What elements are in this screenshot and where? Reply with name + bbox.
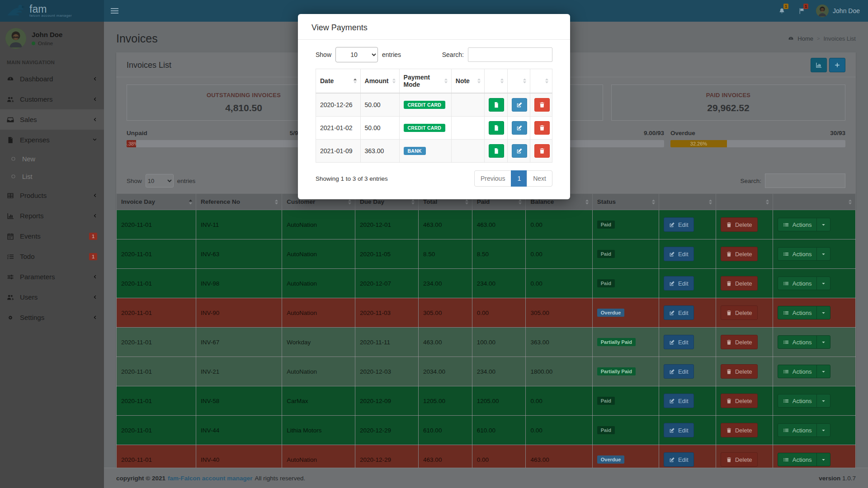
edit-button[interactable]: Edit [664,305,693,320]
settings-icon [7,314,14,321]
edit-button[interactable]: Edit [664,394,693,408]
edit-button[interactable]: Edit [664,217,693,232]
sidebar-item-expenses[interactable]: Expenses [0,130,104,150]
edit-button[interactable]: Edit [664,452,693,467]
pencil-icon [669,398,675,404]
delete-button[interactable]: Delete [721,305,758,320]
edit-button[interactable]: Edit [664,423,693,437]
delete-button[interactable]: Delete [721,452,758,467]
column-header-extra-9[interactable] [716,194,773,210]
actions-dropdown-button[interactable]: Actions [778,365,831,378]
sidebar-item-parameters[interactable]: Parameters [0,267,104,287]
list-icon [783,339,789,345]
actions-dropdown-button[interactable]: Actions [778,218,831,231]
breadcrumb-home[interactable]: Home [797,35,813,42]
sidebar-item-todo[interactable]: Todo1 [0,246,104,267]
delete-button[interactable]: Delete [721,247,758,261]
sidebar-item-sales[interactable]: Sales [0,109,104,130]
column-header-status[interactable]: Status [592,194,659,210]
page-size-select[interactable]: 10 [146,174,174,188]
app-link[interactable]: fam-Falcon account manager [168,475,253,482]
actions-dropdown-button[interactable]: Actions [778,247,831,261]
view-note-button[interactable] [489,144,504,158]
view-note-button[interactable] [489,121,504,135]
delete-button[interactable]: Delete [721,276,758,291]
caret-down-icon[interactable] [816,248,830,260]
sidebar-item-reports[interactable]: Reports [0,206,104,226]
caret-down-icon[interactable] [816,306,830,319]
status-badge: Paid [597,397,615,405]
sidebar-item-new[interactable]: New [0,150,104,168]
modal-column-header-date[interactable]: Date [316,69,361,94]
sidebar-item-list[interactable]: List [0,168,104,185]
actions-dropdown-button[interactable]: Actions [778,306,831,319]
delete-button[interactable]: Delete [721,335,758,349]
edit-button[interactable]: Edit [664,247,693,261]
delete-payment-button[interactable] [534,144,550,158]
page-size-control: Show 10 entries [127,174,195,188]
sidebar-item-products[interactable]: Products [0,185,104,206]
caret-down-icon[interactable] [816,277,830,290]
modal-column-header-extra-5[interactable] [507,69,530,94]
page-button-next[interactable]: Next [527,170,552,187]
edit-button[interactable]: Edit [664,364,693,379]
user-menu[interactable]: John Doe [811,0,868,22]
delete-button[interactable]: Delete [721,364,758,379]
view-note-button[interactable] [489,98,504,112]
flags-menu[interactable]: 1 [792,0,811,22]
sidebar-item-customers[interactable]: Customers [0,89,104,109]
edit-button[interactable]: Edit [664,276,693,291]
circle-icon [10,156,16,162]
file-icon [493,102,500,108]
modal-column-header-extra-6[interactable] [530,69,552,94]
sidebar-item-users[interactable]: Users [0,287,104,307]
trash-icon [726,369,732,375]
modal-column-header-extra-4[interactable] [485,69,508,94]
edit-payment-button[interactable] [512,121,527,135]
edit-payment-button[interactable] [512,144,527,158]
actions-dropdown-button[interactable]: Actions [778,394,831,408]
page-button-previous[interactable]: Previous [474,170,511,187]
delete-payment-button[interactable] [534,121,550,135]
edit-button[interactable]: Edit [664,335,693,349]
actions-dropdown-button[interactable]: Actions [778,453,831,466]
modal-column-header-payment-mode[interactable]: Payment Mode [399,69,451,94]
delete-button[interactable]: Delete [721,394,758,408]
modal-column-header-amount[interactable]: Amount [360,69,399,94]
sort-icon [500,78,504,84]
list-icon [783,310,789,316]
actions-dropdown-button[interactable]: Actions [778,335,831,349]
column-header-reference-no[interactable]: Reference No [196,194,282,210]
delete-button[interactable]: Delete [721,217,758,232]
modal-search-input[interactable] [468,47,552,62]
caret-down-icon[interactable] [816,218,830,231]
column-header-extra-8[interactable] [659,194,716,210]
caret-down-icon[interactable] [816,336,830,348]
sidebar-toggle-button[interactable] [104,0,125,22]
brand-logo[interactable]: fam falcon account manager [0,0,104,22]
sales-icon [7,116,14,123]
modal-column-header-note[interactable]: Note [451,69,485,94]
modal-page-size-select[interactable]: 10 [335,47,378,62]
notifications-menu[interactable]: 1 [772,0,792,22]
delete-button[interactable]: Delete [721,423,758,437]
edit-payment-button[interactable] [512,98,527,112]
delete-payment-button[interactable] [534,98,550,112]
sidebar-item-settings[interactable]: Settings [0,307,104,328]
caret-down-icon[interactable] [816,394,830,407]
actions-dropdown-button[interactable]: Actions [778,423,831,437]
search-input[interactable] [765,174,845,188]
page-button-1[interactable]: 1 [511,170,527,187]
column-header-invoice-day[interactable]: Invoice Day [117,194,196,210]
todo-icon [7,253,14,260]
add-invoice-button[interactable] [829,58,845,72]
sidebar-item-events[interactable]: Events1 [0,226,104,246]
search-control: Search: [740,174,845,188]
caret-down-icon[interactable] [816,424,830,436]
column-header-extra-10[interactable] [773,194,855,210]
chart-button[interactable] [811,58,827,72]
caret-down-icon[interactable] [816,365,830,378]
caret-down-icon[interactable] [816,453,830,466]
actions-dropdown-button[interactable]: Actions [778,277,831,290]
sidebar-item-dashboard[interactable]: Dashboard [0,69,104,89]
